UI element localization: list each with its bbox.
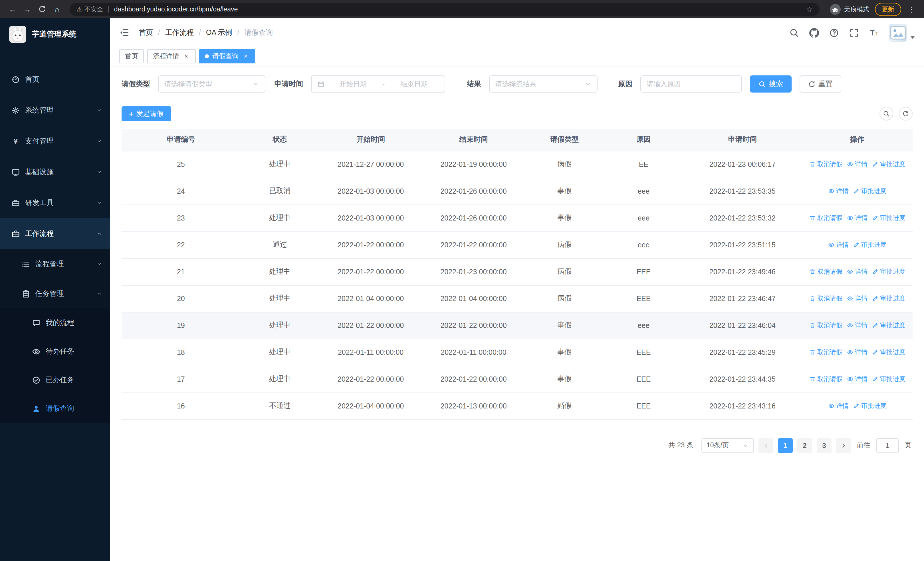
address-bar[interactable]: ⚠ 不安全 dashboard.yudao.iocoder.cn/bpm/oa/… <box>70 3 819 16</box>
help-icon[interactable] <box>829 28 839 38</box>
row-action-detail[interactable]: 详情 <box>828 240 849 249</box>
cell-actions: 取消请假详情审批进度 <box>802 258 913 285</box>
apply-time-range[interactable]: 开始日期 - 结束日期 <box>311 75 445 93</box>
sidebar-item-infrastructure[interactable]: 基础设施 <box>0 156 110 187</box>
row-action-detail[interactable]: 详情 <box>828 186 849 195</box>
row-action-approval-progress[interactable]: 审批进度 <box>872 267 905 276</box>
sidebar-item-leave-query[interactable]: 请假查询 <box>0 394 110 423</box>
detail-icon <box>847 376 853 382</box>
row-action-cancel-leave[interactable]: 取消请假 <box>809 214 842 222</box>
user-avatar[interactable] <box>889 24 915 41</box>
goto-page-input[interactable] <box>876 438 899 453</box>
search-icon[interactable] <box>789 28 799 38</box>
sidebar-collapse-icon[interactable] <box>119 27 129 38</box>
svg-text:T: T <box>870 29 874 36</box>
breadcrumb-item[interactable]: OA 示例 <box>206 28 232 38</box>
hide-search-button[interactable] <box>879 107 893 120</box>
next-page-button[interactable] <box>836 438 851 453</box>
page-button-3[interactable]: 3 <box>817 438 831 453</box>
prev-page-button[interactable] <box>759 438 773 453</box>
breadcrumb-item[interactable]: 首页 <box>139 28 153 38</box>
bookmark-star-icon[interactable]: ☆ <box>806 5 813 14</box>
row-action-approval-progress[interactable]: 审批进度 <box>853 240 886 249</box>
fullscreen-icon[interactable] <box>849 28 859 38</box>
sidebar-item-workflow[interactable]: 工作流程 <box>0 218 110 249</box>
row-action-approval-progress[interactable]: 审批进度 <box>872 294 905 302</box>
tab-close-icon[interactable]: × <box>242 53 249 60</box>
cell-id: 19 <box>122 312 240 339</box>
dashboard-icon <box>11 75 20 84</box>
sidebar-item-my-process[interactable]: 我的流程 <box>0 308 110 337</box>
approval-progress-icon <box>853 241 860 248</box>
cell-apply-time: 2022-01-22 23:53:32 <box>683 205 802 232</box>
table-row: 21处理中2022-01-22 00:00:002022-01-23 00:00… <box>122 258 913 285</box>
row-action-detail[interactable]: 详情 <box>828 401 849 410</box>
sidebar-item-system[interactable]: 系统管理 <box>0 95 110 126</box>
create-leave-button[interactable]: + 发起请假 <box>122 106 171 121</box>
row-action-cancel-leave[interactable]: 取消请假 <box>809 294 842 302</box>
row-action-cancel-leave[interactable]: 取消请假 <box>809 321 842 329</box>
cancel-leave-icon <box>809 161 816 167</box>
tab-leave-query[interactable]: 请假查询× <box>199 49 255 63</box>
row-action-detail[interactable]: 详情 <box>847 160 867 168</box>
github-icon[interactable] <box>809 28 819 38</box>
forward-icon[interactable]: → <box>21 2 34 16</box>
sidebar-item-devtools[interactable]: 研发工具 <box>0 187 110 218</box>
cell-apply-time: 2022-01-22 23:44:35 <box>683 365 802 393</box>
leave-type-select[interactable]: 请选择请假类型 <box>158 75 266 93</box>
cell-leave-type: 事假 <box>525 365 604 393</box>
approval-progress-icon <box>872 268 878 275</box>
row-action-cancel-leave[interactable]: 取消请假 <box>809 347 842 356</box>
row-action-approval-progress[interactable]: 审批进度 <box>872 160 905 168</box>
sidebar-item-done-tasks[interactable]: 已办任务 <box>0 365 110 394</box>
row-action-approval-progress[interactable]: 审批进度 <box>872 321 905 329</box>
row-action-detail[interactable]: 详情 <box>847 321 867 329</box>
cell-leave-type: 事假 <box>525 312 604 339</box>
sidebar-item-task-mgmt[interactable]: 任务管理 <box>0 279 110 308</box>
tab-process-detail[interactable]: 流程详情× <box>147 49 196 63</box>
cell-start-time: 2022-01-11 00:00:00 <box>320 339 422 365</box>
page-button-1[interactable]: 1 <box>778 438 793 453</box>
update-button[interactable]: 更新 <box>875 3 901 16</box>
cell-apply-time: 2022-01-23 00:06:17 <box>683 151 802 177</box>
result-select[interactable]: 请选择流结果 <box>489 75 597 93</box>
browser-menu-icon[interactable]: ⋮ <box>904 2 918 16</box>
reset-button-label: 重置 <box>818 79 832 89</box>
cell-id: 21 <box>122 258 240 285</box>
action-label: 取消请假 <box>817 160 842 168</box>
home-icon[interactable]: ⌂ <box>50 2 64 16</box>
row-action-approval-progress[interactable]: 审批进度 <box>872 347 905 356</box>
reset-button[interactable]: 重置 <box>800 75 841 93</box>
sidebar-item-home[interactable]: 首页 <box>0 64 110 95</box>
tab-label: 请假查询 <box>212 52 238 60</box>
back-icon[interactable]: ← <box>6 2 20 16</box>
search-button[interactable]: 搜索 <box>750 75 792 93</box>
cell-end-time: 2022-01-22 00:00:00 <box>422 312 525 339</box>
row-action-approval-progress[interactable]: 审批进度 <box>853 401 886 410</box>
row-action-detail[interactable]: 详情 <box>847 347 867 356</box>
tab-close-icon[interactable]: × <box>183 53 190 60</box>
tab-home[interactable]: 首页 <box>119 49 144 63</box>
row-action-detail[interactable]: 详情 <box>847 294 867 302</box>
row-action-approval-progress[interactable]: 审批进度 <box>872 214 905 222</box>
action-label: 详情 <box>836 401 849 410</box>
row-action-detail[interactable]: 详情 <box>847 214 867 222</box>
sidebar-item-payment[interactable]: ¥支付管理 <box>0 126 110 156</box>
page-button-2[interactable]: 2 <box>797 438 812 453</box>
row-action-detail[interactable]: 详情 <box>847 267 867 276</box>
cell-id: 23 <box>122 205 240 232</box>
reason-input[interactable] <box>640 75 742 93</box>
reload-icon[interactable] <box>35 2 49 16</box>
row-action-approval-progress[interactable]: 审批进度 <box>853 186 886 195</box>
breadcrumb-item[interactable]: 工作流程 <box>165 28 194 38</box>
row-action-cancel-leave[interactable]: 取消请假 <box>809 375 842 383</box>
sidebar-item-todo-tasks[interactable]: 待办任务 <box>0 337 110 365</box>
row-action-approval-progress[interactable]: 审批进度 <box>872 375 905 383</box>
refresh-table-button[interactable] <box>899 107 913 120</box>
sidebar-item-process-mgmt[interactable]: 流程管理 <box>0 249 110 279</box>
row-action-cancel-leave[interactable]: 取消请假 <box>809 267 842 276</box>
page-size-select[interactable]: 10条/页 <box>701 438 754 453</box>
row-action-cancel-leave[interactable]: 取消请假 <box>809 160 842 168</box>
row-action-detail[interactable]: 详情 <box>847 375 867 383</box>
font-size-icon[interactable]: TT <box>869 28 879 38</box>
